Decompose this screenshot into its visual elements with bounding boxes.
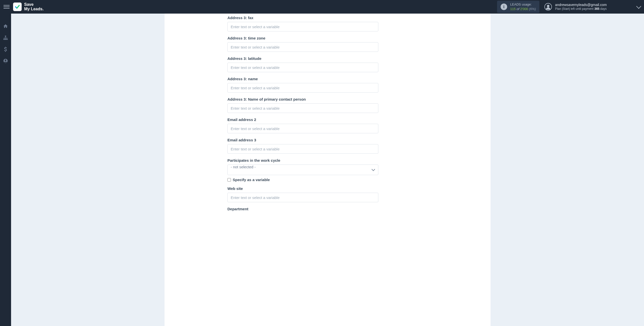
checkbox-specify-variable[interactable] bbox=[227, 178, 231, 182]
leads-usage-text: LEADS usage: 115 of 2'000 (6%) bbox=[510, 2, 536, 11]
field-label-department-partial: Department bbox=[227, 207, 428, 211]
field-label-work-cycle: Participates in the work cycle bbox=[227, 158, 428, 162]
app-logo[interactable]: Save My Leads. bbox=[13, 2, 44, 11]
sidebar-item-billing[interactable] bbox=[3, 47, 8, 52]
field-input-addr3-fax[interactable] bbox=[227, 22, 378, 31]
field-label-addr3-lat: Address 3: latitude bbox=[227, 56, 428, 61]
field-input-addr3-lat[interactable] bbox=[227, 63, 378, 72]
field-label-addr3-tz: Address 3: time zone bbox=[227, 36, 428, 40]
field-select-work-cycle[interactable]: - not selected - bbox=[227, 165, 378, 175]
field-label-email2: Email address 2 bbox=[227, 117, 428, 122]
sidebar bbox=[0, 14, 11, 326]
sidebar-item-account[interactable] bbox=[3, 58, 8, 63]
svg-rect-3 bbox=[6, 39, 8, 40]
app-header: Save My Leads. i LEADS usage: 115 of 2'0… bbox=[0, 0, 644, 14]
field-label-addr3-name: Address 3: name bbox=[227, 77, 428, 81]
field-input-addr3-primary-contact[interactable] bbox=[227, 103, 378, 113]
sidebar-item-home[interactable] bbox=[3, 24, 8, 29]
svg-point-5 bbox=[5, 60, 6, 61]
field-label-website: Web site bbox=[227, 186, 428, 191]
user-menu[interactable]: andrewsavemyleads@gmail.com Plan |Start|… bbox=[544, 3, 607, 11]
logo-text: Save My Leads. bbox=[24, 2, 44, 11]
field-label-addr3-primary-contact: Address 3: Name of primary contact perso… bbox=[227, 97, 428, 101]
leads-usage-badge[interactable]: i LEADS usage: 115 of 2'000 (6%) bbox=[497, 1, 539, 13]
info-icon: i bbox=[501, 4, 507, 10]
user-info: andrewsavemyleads@gmail.com Plan |Start|… bbox=[555, 3, 607, 11]
svg-rect-2 bbox=[5, 39, 6, 40]
checkbox-label-specify-variable[interactable]: Specify as a variable bbox=[233, 178, 270, 182]
field-label-addr3-fax: Address 3: fax bbox=[227, 16, 428, 20]
field-input-email2[interactable] bbox=[227, 124, 378, 133]
field-input-email3[interactable] bbox=[227, 144, 378, 154]
field-label-email3: Email address 3 bbox=[227, 138, 428, 142]
avatar-icon bbox=[544, 3, 552, 11]
sidebar-item-connections[interactable] bbox=[3, 35, 8, 40]
field-input-addr3-tz[interactable] bbox=[227, 42, 378, 52]
field-input-addr3-name[interactable] bbox=[227, 83, 378, 93]
svg-rect-1 bbox=[4, 39, 5, 40]
field-input-website[interactable] bbox=[227, 193, 378, 202]
form-panel: Address 3: fax Address 3: time zone Addr… bbox=[165, 14, 491, 326]
content-scroll-area[interactable]: Address 3: fax Address 3: time zone Addr… bbox=[11, 14, 644, 326]
svg-rect-0 bbox=[5, 36, 6, 37]
logo-icon bbox=[13, 3, 22, 11]
user-menu-chevron-icon[interactable] bbox=[637, 5, 640, 9]
menu-toggle-icon[interactable] bbox=[4, 4, 10, 10]
